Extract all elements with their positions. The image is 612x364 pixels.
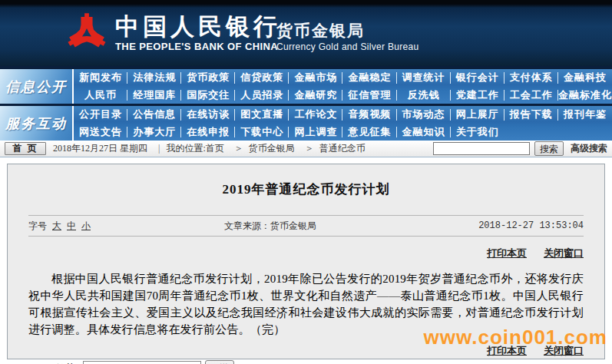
- nav-item[interactable]: 金融研究: [289, 87, 342, 104]
- nav-item[interactable]: 报刊年鉴: [558, 106, 612, 124]
- bureau-name-cn: 货币金银局: [276, 22, 418, 40]
- nav-item[interactable]: 信贷政策: [235, 69, 289, 87]
- breadcrumb-separator: ＞: [234, 142, 243, 155]
- nav-item[interactable]: 下载中心: [235, 124, 289, 141]
- nav-item[interactable]: 人员招录: [235, 87, 289, 104]
- breadcrumb-link-bureau[interactable]: 货币金银局: [249, 142, 295, 155]
- nav-section-label-1[interactable]: 服务互动: [0, 106, 74, 141]
- nav-item[interactable]: 国际交往: [181, 87, 235, 104]
- nav-item[interactable]: 金融稳定: [342, 69, 396, 87]
- nav-item[interactable]: 图文直播: [235, 106, 289, 124]
- article-source: 文章来源：货币金银局: [178, 220, 434, 233]
- nav-item[interactable]: 网上调查: [289, 124, 342, 141]
- nav-item[interactable]: 银行会计: [451, 69, 504, 87]
- bank-name-en: THE PEOPLE'S BANK OF CHINA: [115, 41, 281, 52]
- breadcrumb-bar: 首 页 2018年12月27日 星期四 | 我的位置:首页 ＞ 货币金银局 ＞ …: [0, 141, 612, 157]
- site-header: 中国人民银行 THE PEOPLE'S BANK OF CHINA 货币金银局 …: [0, 0, 612, 66]
- nav-item[interactable]: 网上展厅: [451, 106, 504, 124]
- nav-row: 人民币经理国库国际交往人员招录金融研究征信管理反洗钱党建工作工会工作金融标准化: [74, 87, 612, 104]
- nav-item[interactable]: 网送文告: [74, 124, 127, 141]
- nav-row: 网送文告办事大厅在线申报下载中心网上调查意见征集金融知识关于我们: [74, 124, 612, 141]
- nav-item[interactable]: 关于我们: [451, 124, 504, 141]
- nav-item[interactable]: 公告信息: [127, 106, 181, 124]
- search-input[interactable]: [433, 142, 530, 155]
- divider: [28, 236, 584, 237]
- bank-branding: 中国人民银行 THE PEOPLE'S BANK OF CHINA: [115, 14, 281, 52]
- nav-item[interactable]: 征信管理: [342, 87, 396, 104]
- article-title: 2019年普通纪念币发行计划: [28, 180, 584, 198]
- nav-item[interactable]: 货币政策: [181, 69, 235, 87]
- home-button[interactable]: 首 页: [5, 142, 46, 155]
- search-button[interactable]: 搜索: [534, 141, 564, 156]
- nav-item[interactable]: 金融知识: [397, 124, 451, 141]
- close-window-link[interactable]: 关闭窗口: [544, 344, 584, 358]
- article-datetime: 2018-12-27 13:53:04: [434, 220, 584, 231]
- article-panel: 2019年普通纪念币发行计划 字号 大 中 小 文章来源：货币金银局 2018-…: [7, 164, 605, 359]
- nav-empty-cell: [558, 124, 612, 141]
- email-recommend-row: Email推荐: 发送: [28, 360, 584, 364]
- font-size-controls: 字号 大 中 小: [28, 220, 178, 233]
- send-button[interactable]: 发送: [205, 360, 234, 364]
- nav-section-1: 服务互动公开目录公告信息在线访谈图文直播工作论文音频视频市场动态网上展厅报告下载…: [0, 106, 612, 141]
- nav-item[interactable]: 支付体系: [504, 69, 558, 87]
- nav-item[interactable]: 经理国库: [127, 87, 181, 104]
- print-page-link[interactable]: 打印本页: [487, 344, 527, 358]
- nav-row: 公开目录公告信息在线访谈图文直播工作论文音频视频市场动态网上展厅报告下载报刊年鉴: [74, 106, 612, 124]
- advanced-search-link[interactable]: 高级搜索: [571, 142, 607, 155]
- print-close-row-top: 打印本页 关闭窗口: [28, 247, 584, 260]
- close-window-link[interactable]: 关闭窗口: [544, 247, 584, 260]
- nav-item[interactable]: 意见征集: [342, 124, 396, 141]
- main-nav: 信息公开新闻发布法律法规货币政策信贷政策金融市场金融稳定调查统计银行会计支付体系…: [0, 69, 612, 141]
- date-text: 2018年12月27日 星期四: [53, 142, 147, 155]
- font-size-large[interactable]: 大: [52, 220, 61, 233]
- bureau-name-en: Currency Gold and Silver Bureau: [276, 41, 418, 52]
- source-value: 货币金银局: [270, 220, 316, 231]
- font-size-medium[interactable]: 中: [67, 220, 76, 233]
- nav-rows: 公开目录公告信息在线访谈图文直播工作论文音频视频市场动态网上展厅报告下载报刊年鉴…: [74, 106, 612, 141]
- breadcrumb-link-category[interactable]: 普通纪念币: [319, 142, 366, 155]
- nav-item[interactable]: 报告下载: [504, 106, 558, 124]
- bank-name-cn: 中国人民银行: [115, 14, 281, 40]
- nav-item[interactable]: 金融市场: [289, 69, 342, 87]
- nav-item[interactable]: 工作论文: [289, 106, 342, 124]
- print-page-link[interactable]: 打印本页: [487, 247, 527, 260]
- nav-item[interactable]: 反洗钱: [397, 87, 451, 104]
- nav-item[interactable]: 工会工作: [504, 87, 558, 104]
- nav-item[interactable]: 金融标准化: [558, 87, 612, 104]
- nav-item[interactable]: 公开目录: [74, 106, 127, 124]
- nav-item[interactable]: 市场动态: [397, 106, 451, 124]
- location-label: 我的位置:首页: [166, 142, 223, 155]
- nav-item[interactable]: 新闻发布: [74, 69, 127, 87]
- nav-item[interactable]: 音频视频: [342, 106, 396, 124]
- nav-section-0: 信息公开新闻发布法律法规货币政策信贷政策金融市场金融稳定调查统计银行会计支付体系…: [0, 69, 612, 104]
- nav-empty-cell: [504, 124, 558, 141]
- email-label: Email推荐:: [28, 362, 80, 364]
- breadcrumb-separator: ＞: [305, 142, 314, 155]
- nav-item[interactable]: 调查统计: [397, 69, 451, 87]
- nav-rows: 新闻发布法律法规货币政策信贷政策金融市场金融稳定调查统计银行会计支付体系金融科技…: [74, 69, 612, 104]
- source-label: 文章来源：: [224, 220, 270, 231]
- nav-item[interactable]: 人民币: [74, 87, 127, 104]
- nav-item[interactable]: 办事大厅: [127, 124, 181, 141]
- email-input[interactable]: [83, 361, 201, 364]
- nav-item[interactable]: 党建工作: [451, 87, 504, 104]
- font-size-small[interactable]: 小: [81, 220, 91, 233]
- nav-section-label-0[interactable]: 信息公开: [0, 69, 74, 104]
- nav-row: 新闻发布法律法规货币政策信贷政策金融市场金融稳定调查统计银行会计支付体系金融科技: [74, 69, 612, 87]
- nav-item[interactable]: 法律法规: [127, 69, 181, 87]
- font-size-label: 字号: [28, 220, 47, 233]
- print-close-row-bottom: 打印本页 关闭窗口: [28, 344, 584, 358]
- pboc-logo-icon: [65, 11, 109, 57]
- nav-item[interactable]: 在线访谈: [181, 106, 235, 124]
- divider-glyph: |: [158, 143, 160, 154]
- bureau-branding: 货币金银局 Currency Gold and Silver Bureau: [276, 22, 418, 52]
- nav-item[interactable]: 金融科技: [558, 69, 612, 87]
- article-body: 根据中国人民银行普通纪念币发行计划，2019年除已公告发行的2019年贺岁普通纪…: [28, 270, 584, 338]
- nav-item[interactable]: 在线申报: [181, 124, 235, 141]
- article-meta: 字号 大 中 小 文章来源：货币金银局 2018-12-27 13:53:04: [28, 216, 584, 236]
